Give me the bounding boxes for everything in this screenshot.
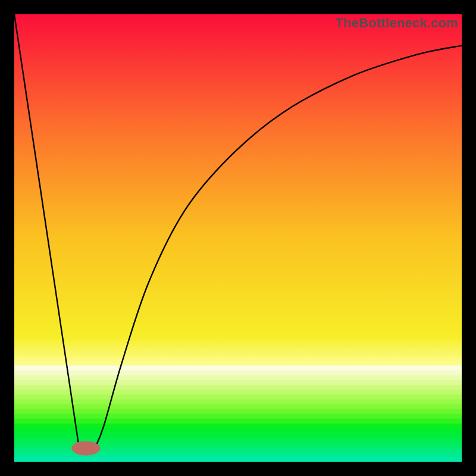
- svg-rect-2: [14, 375, 462, 381]
- plot-area: TheBottleneck.com: [14, 14, 462, 462]
- watermark-text: TheBottleneck.com: [336, 15, 458, 31]
- chart-frame: TheBottleneck.com: [0, 0, 476, 476]
- svg-rect-0: [14, 365, 462, 371]
- svg-rect-4: [14, 385, 462, 390]
- svg-rect-10: [14, 414, 462, 419]
- svg-rect-12: [14, 424, 462, 429]
- svg-rect-9: [14, 409, 462, 414]
- svg-rect-19: [14, 458, 462, 462]
- svg-rect-14: [14, 433, 462, 439]
- svg-rect-8: [14, 404, 462, 409]
- svg-rect-3: [14, 380, 462, 386]
- svg-rect-7: [14, 399, 462, 405]
- svg-rect-13: [14, 428, 462, 434]
- chart-svg: [14, 14, 462, 462]
- svg-rect-11: [14, 419, 462, 424]
- bottom-pill-marker: [71, 441, 100, 455]
- svg-rect-6: [14, 394, 462, 400]
- svg-rect-5: [14, 390, 462, 395]
- svg-rect-1: [14, 370, 462, 375]
